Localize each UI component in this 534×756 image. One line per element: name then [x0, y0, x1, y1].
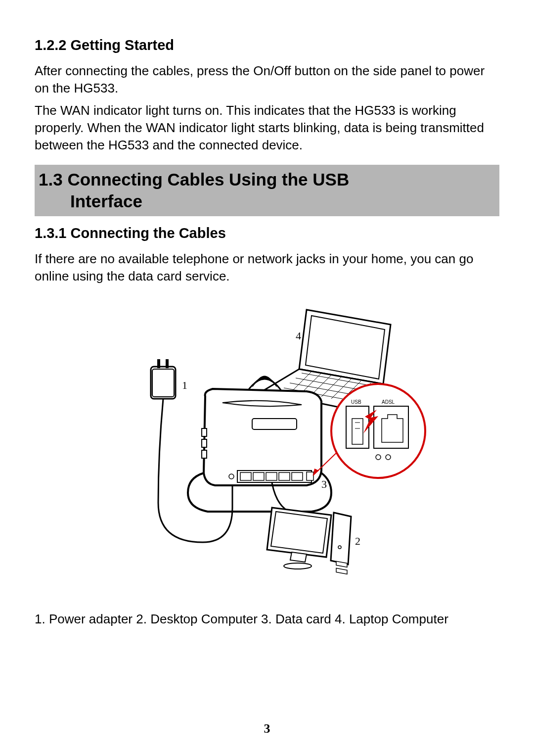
- section-label-1-3-line2: Interface: [39, 191, 142, 211]
- paragraph-1-3-1: If there are no available telephone or n…: [35, 250, 499, 285]
- svg-rect-2: [166, 359, 169, 368]
- section-number-1-3: 1.3: [39, 169, 63, 190]
- svg-point-48: [338, 546, 341, 549]
- heading-1-2-2: 1.2.2 Getting Started: [35, 37, 499, 53]
- zoom-circle: USB ADSL: [331, 384, 425, 478]
- svg-rect-23: [240, 472, 251, 480]
- svg-point-28: [229, 474, 234, 479]
- section-title-1-3: 1.3 Connecting Cables Using the USB Inte…: [39, 169, 494, 212]
- svg-rect-18: [252, 419, 297, 429]
- svg-rect-19: [202, 428, 207, 436]
- svg-rect-21: [202, 450, 207, 458]
- figure-usb-connection: 1 4: [35, 295, 499, 592]
- desktop-computer-icon: [267, 508, 351, 574]
- svg-marker-43: [290, 552, 307, 562]
- svg-rect-29: [307, 472, 313, 480]
- svg-point-39: [386, 455, 391, 460]
- svg-rect-26: [279, 472, 290, 480]
- svg-marker-42: [271, 512, 327, 553]
- callout-2: 2: [355, 535, 360, 547]
- callout-4: 4: [296, 330, 301, 342]
- svg-rect-47: [336, 568, 347, 574]
- paragraph-1-2-2-a: After connecting the cables, press the O…: [35, 62, 499, 97]
- svg-rect-20: [202, 439, 207, 447]
- svg-point-38: [376, 455, 381, 460]
- svg-point-44: [284, 563, 312, 569]
- paragraph-1-2-2-b: The WAN indicator light turns on. This i…: [35, 102, 499, 154]
- page-number: 3: [0, 721, 534, 736]
- section-bar-1-3: 1.3 Connecting Cables Using the USB Inte…: [35, 165, 499, 216]
- section-label-1-3-line1: Connecting Cables Using the USB: [67, 170, 349, 189]
- svg-rect-27: [292, 472, 303, 480]
- heading-1-3-1: 1.3.1 Connecting the Cables: [35, 225, 499, 241]
- port-label-adsl: ADSL: [382, 399, 395, 405]
- port-label-usb: USB: [351, 399, 361, 405]
- svg-rect-3: [152, 369, 174, 397]
- svg-rect-1: [157, 359, 160, 368]
- router-icon: [188, 389, 331, 513]
- svg-marker-45: [331, 513, 351, 565]
- figure-legend: 1. Power adapter 2. Desktop Computer 3. …: [35, 612, 499, 627]
- svg-rect-24: [253, 472, 264, 480]
- svg-rect-25: [266, 472, 277, 480]
- callout-1: 1: [182, 379, 187, 391]
- callout-3: 3: [321, 478, 327, 490]
- diagram-svg: 1 4: [94, 295, 440, 592]
